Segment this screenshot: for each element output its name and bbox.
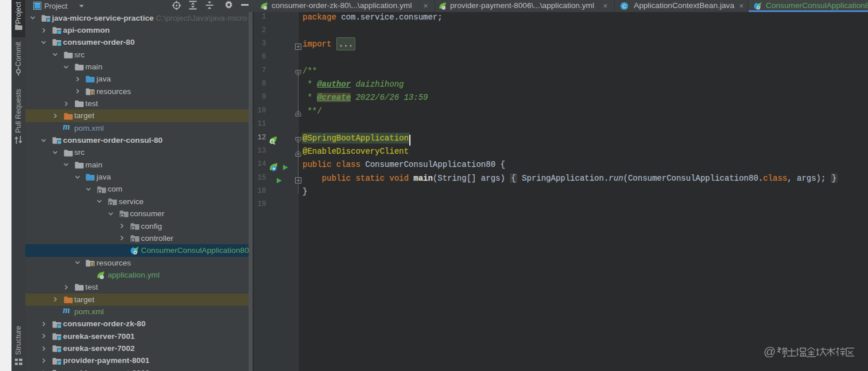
svg-text:C: C	[622, 3, 626, 9]
